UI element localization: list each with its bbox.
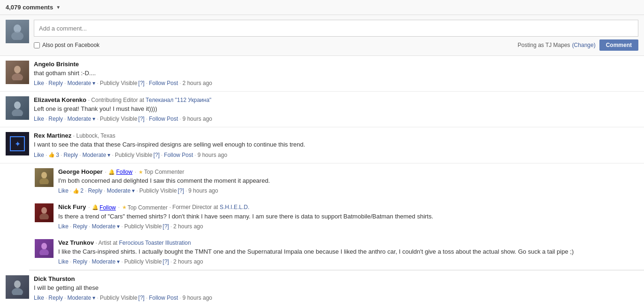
visibility-help[interactable]: [?] [163,223,169,230]
follow-post-link[interactable]: Follow Post [149,80,178,86]
comment-actions: Like · Reply · Moderate ▾ · Publicly Vis… [34,116,638,122]
moderate-dropdown[interactable]: Moderate ▾ [67,116,95,122]
like-link[interactable]: Like [58,258,69,265]
follow-link[interactable]: Follow [100,204,116,211]
like-link[interactable]: Like [58,223,69,230]
comment-entry: George Hooper · 🔔 Follow · ★ Top Comment… [29,163,644,199]
comment-input-wrapper: Also post on Facebook Posting as TJ Mape… [34,20,638,51]
visibility-help[interactable]: [?] [153,152,160,158]
comment-author-meta: · Artist at Ferocious Toaster Illustrati… [96,240,191,246]
like-count: 3 [56,152,59,158]
reply-link[interactable]: Reply [63,152,78,158]
comment-avatar [6,275,29,299]
comment-entry: Angelo Brisinte that gotham shirt :-D...… [0,56,644,92]
nested-comment-section: George Hooper · 🔔 Follow · ★ Top Comment… [29,163,644,271]
submit-comment-button[interactable]: Comment [599,39,638,51]
comment-author-name: Nick Fury [58,203,86,210]
visibility-help[interactable]: [?] [138,116,145,122]
visibility-label: Publicly Visible [100,80,138,86]
comment-time: 2 hours ago [173,258,203,265]
also-post-facebook-checkbox[interactable] [34,42,40,48]
comment-text: Is there a trend of "Cars" themed shirts… [58,212,638,221]
comment-author-name: Dick Thurston [34,275,75,282]
comments-sort-arrow[interactable]: ▼ [56,5,61,10]
svg-point-2 [14,66,21,73]
comment-actions: Like · 👍 2 · Reply · Moderate ▾ · Public… [58,187,638,194]
comment-actions: Like · Reply · Moderate ▾ · Publicly Vis… [34,80,638,86]
also-post-facebook-label[interactable]: Also post on Facebook [34,42,100,48]
moderate-dropdown[interactable]: Moderate ▾ [67,80,95,86]
like-link[interactable]: Like [34,152,44,158]
comment-text: that gotham shirt :-D.... [34,69,638,78]
reply-link[interactable]: Reply [73,223,87,230]
reply-link[interactable]: Reply [48,116,63,122]
follow-post-link[interactable]: Follow Post [149,116,178,122]
comment-entry: ✦ Rex Martinez · Lubbock, Texas I want t… [0,127,644,163]
comment-actions: Like · Reply · Moderate ▾ · Publicly Vis… [58,258,638,265]
svg-point-1 [11,31,23,40]
moderate-dropdown[interactable]: Moderate ▾ [92,223,120,230]
add-comment-input[interactable] [34,20,638,37]
svg-point-7 [39,178,49,184]
visibility-help[interactable]: [?] [138,295,145,301]
top-commenter-label: Top Commenter [128,204,168,211]
notify-icon: 🔔 [108,169,115,175]
reply-link[interactable]: Reply [48,295,63,301]
comment-author-meta: · Contributing Editor at Телеканал "112 … [88,97,212,103]
svg-point-11 [39,249,49,255]
svg-point-10 [41,243,47,249]
reply-link[interactable]: Reply [48,80,63,86]
comment-text: Left one is great! Thank you! I must hav… [34,105,638,113]
svg-point-6 [41,172,47,179]
visibility-label: Publicly Visible [100,295,138,301]
comment-text: I want to see the data that these Cars-i… [34,140,638,149]
follow-post-link[interactable]: Follow Post [149,295,178,301]
comment-body: Elizaveta Korenko · Contributing Editor … [34,96,638,122]
comment-text: I like the Cars-inspired shirts. I actua… [58,248,638,256]
reply-link[interactable]: Reply [73,258,87,265]
visibility-help[interactable]: [?] [178,187,184,194]
comment-body: George Hooper · 🔔 Follow · ★ Top Comment… [58,168,638,194]
follow-badge: 🔔 Follow [108,169,132,175]
comment-avatar: ✦ [6,132,29,155]
comment-avatar [6,96,29,120]
like-link[interactable]: Like [58,187,69,194]
change-user-link[interactable]: (Change) [572,42,596,48]
comment-author-meta: · Former Director at S.H.I.E.L.D. [169,204,250,210]
comment-author-name: Rex Martinez [34,132,71,139]
visibility-help[interactable]: [?] [163,258,169,265]
comments-container: 4,079 comments ▼ Also post on F [0,0,644,303]
comment-time: 9 hours ago [183,116,212,122]
visibility-label: Publicly Visible [115,152,153,158]
visibility-label: Publicly Visible [139,187,177,194]
like-link[interactable]: Like [34,80,44,86]
notify-icon: 🔔 [92,204,99,210]
comment-author-name: George Hooper [58,168,103,175]
star-icon: ★ [138,169,143,175]
like-link[interactable]: Like [34,116,44,122]
top-commenter-label: Top Commenter [144,169,184,175]
visibility-help[interactable]: [?] [138,80,145,86]
moderate-dropdown[interactable]: Moderate ▾ [82,152,110,158]
follow-badge: 🔔 Follow [92,204,116,211]
moderate-dropdown[interactable]: Moderate ▾ [107,187,135,194]
comment-count-label: 4,079 comments [6,4,53,11]
thumbs-up-icon: 👍 [48,152,55,158]
svg-point-3 [12,73,23,80]
comment-author-name: Elizaveta Korenko [34,96,86,103]
comment-author-meta: · Lubbock, Texas [73,132,115,139]
reply-link[interactable]: Reply [88,187,102,194]
like-count: 2 [80,187,84,194]
like-link[interactable]: Like [34,295,44,301]
posting-as-text: Posting as TJ Mapes (Change) [518,42,596,48]
moderate-dropdown[interactable]: Moderate ▾ [67,295,95,301]
svg-point-4 [14,101,21,109]
follow-post-link[interactable]: Follow Post [164,152,193,158]
comment-avatar [35,203,54,222]
moderate-dropdown[interactable]: Moderate ▾ [92,258,120,265]
follow-link[interactable]: Follow [116,169,132,175]
comment-time: 2 hours ago [173,223,203,230]
comment-time: 9 hours ago [188,187,218,194]
visibility-label: Publicly Visible [124,223,162,230]
comment-body: Rex Martinez · Lubbock, Texas I want to … [34,132,638,158]
